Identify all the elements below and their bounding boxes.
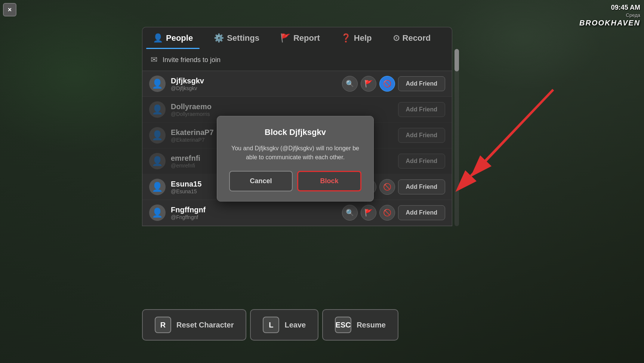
settings-icon: ⚙️ bbox=[214, 33, 224, 43]
people-icon: 👤 bbox=[153, 33, 163, 43]
leave-key: L bbox=[263, 317, 279, 333]
report-icon: 🚩 bbox=[280, 33, 290, 43]
player-row: 👤 Fngffngnf @Fngffngnf 🔍 🚩 🚫 Add Friend bbox=[142, 200, 452, 226]
invite-label: Invite friends to join bbox=[163, 56, 221, 64]
resume-button[interactable]: ESC Resume bbox=[322, 309, 398, 341]
hud-game-title: BROOKHAVEN bbox=[579, 19, 640, 27]
block-button[interactable]: 🚫 bbox=[379, 179, 395, 195]
player-name: Djfjksgkv bbox=[171, 77, 337, 85]
inspect-button[interactable]: 🔍 bbox=[342, 205, 358, 221]
player-info: Fngffngnf @Fngffngnf bbox=[171, 206, 337, 220]
close-icon: × bbox=[8, 6, 12, 14]
avatar: 👤 bbox=[149, 204, 166, 221]
reset-character-button[interactable]: R Reset Character bbox=[142, 309, 246, 341]
resume-label: Resume bbox=[357, 321, 386, 329]
player-actions: Add Friend bbox=[398, 154, 445, 169]
block-button[interactable]: 🚫 bbox=[379, 205, 395, 221]
invite-row[interactable]: ✉ Invite friends to join bbox=[142, 49, 452, 71]
tab-record-label: Record bbox=[403, 33, 431, 43]
invite-icon: ✉ bbox=[151, 55, 157, 65]
add-friend-button[interactable]: Add Friend bbox=[398, 205, 445, 220]
avatar: 👤 bbox=[149, 76, 166, 92]
tab-bar: 👤 People ⚙️ Settings 🚩 Report ❓ Help ⊙ R… bbox=[142, 27, 452, 49]
tab-report[interactable]: 🚩 Report bbox=[270, 27, 330, 49]
player-name: Fngffngnf bbox=[171, 206, 337, 214]
add-friend-button[interactable]: Add Friend bbox=[398, 102, 445, 117]
reset-label: Reset Character bbox=[176, 321, 234, 329]
add-friend-button[interactable]: Add Friend bbox=[398, 128, 445, 143]
player-handle: @Fngffngnf bbox=[171, 214, 337, 220]
leave-label: Leave bbox=[284, 321, 306, 329]
avatar: 👤 bbox=[149, 101, 166, 118]
avatar: 👤 bbox=[149, 153, 166, 169]
add-friend-button[interactable]: Add Friend bbox=[398, 154, 445, 169]
player-actions: 🔍 🚩 🚫 Add Friend bbox=[342, 205, 445, 221]
help-icon: ❓ bbox=[341, 33, 351, 43]
player-info: Djfjksgkv @Djfjksgkv bbox=[171, 77, 337, 91]
scrollbar[interactable] bbox=[455, 49, 459, 226]
player-name: Dollyraemo bbox=[171, 102, 393, 111]
close-button[interactable]: × bbox=[3, 3, 16, 16]
dialog-block-button[interactable]: Block bbox=[297, 171, 361, 191]
add-friend-button[interactable]: Add Friend bbox=[398, 179, 445, 194]
tab-help[interactable]: ❓ Help bbox=[330, 27, 382, 49]
player-info: Dollyraemo @Dollyraemorris bbox=[171, 102, 393, 117]
block-button[interactable]: 🚫 bbox=[379, 76, 395, 92]
player-actions: Add Friend bbox=[398, 102, 445, 117]
dialog-title: Block Djfjksgkv bbox=[229, 127, 361, 137]
dialog-body: You and Djfjksgkv (@Djfjksgkv) will no l… bbox=[229, 144, 361, 162]
inspect-button[interactable]: 🔍 bbox=[342, 76, 358, 92]
resume-key: ESC bbox=[335, 317, 351, 333]
leave-button[interactable]: L Leave bbox=[250, 309, 318, 341]
flag-button[interactable]: 🚩 bbox=[361, 205, 376, 221]
hud-subtitle: Среда bbox=[626, 12, 640, 18]
tab-help-label: Help bbox=[354, 33, 372, 43]
block-dialog: Block Djfjksgkv You and Djfjksgkv (@Djfj… bbox=[217, 116, 374, 202]
avatar: 👤 bbox=[149, 127, 166, 144]
bottom-bar: R Reset Character L Leave ESC Resume bbox=[142, 309, 398, 341]
avatar: 👤 bbox=[149, 179, 166, 195]
flag-button[interactable]: 🚩 bbox=[361, 76, 376, 92]
dialog-actions: Cancel Block bbox=[229, 171, 361, 191]
player-row: 👤 Djfjksgkv @Djfjksgkv 🔍 🚩 🚫 Add Friend bbox=[142, 71, 452, 97]
record-icon: ⊙ bbox=[393, 33, 400, 43]
player-handle: @Djfjksgkv bbox=[171, 85, 337, 91]
scroll-thumb[interactable] bbox=[455, 49, 459, 71]
hud-time: 09:45 AM bbox=[611, 4, 640, 12]
tab-people[interactable]: 👤 People bbox=[142, 27, 203, 49]
reset-key: R bbox=[155, 317, 171, 333]
tab-record[interactable]: ⊙ Record bbox=[382, 27, 441, 49]
hud-top-right: 09:45 AM Среда BROOKHAVEN bbox=[579, 4, 640, 27]
player-actions: Add Friend bbox=[398, 128, 445, 143]
tab-people-label: People bbox=[166, 33, 193, 43]
tab-settings-label: Settings bbox=[227, 33, 259, 43]
tab-settings[interactable]: ⚙️ Settings bbox=[203, 27, 270, 49]
tab-report-label: Report bbox=[293, 33, 320, 43]
add-friend-button[interactable]: Add Friend bbox=[398, 76, 445, 91]
player-actions: 🔍 🚩 🚫 Add Friend bbox=[342, 76, 445, 92]
dialog-cancel-button[interactable]: Cancel bbox=[229, 171, 293, 191]
